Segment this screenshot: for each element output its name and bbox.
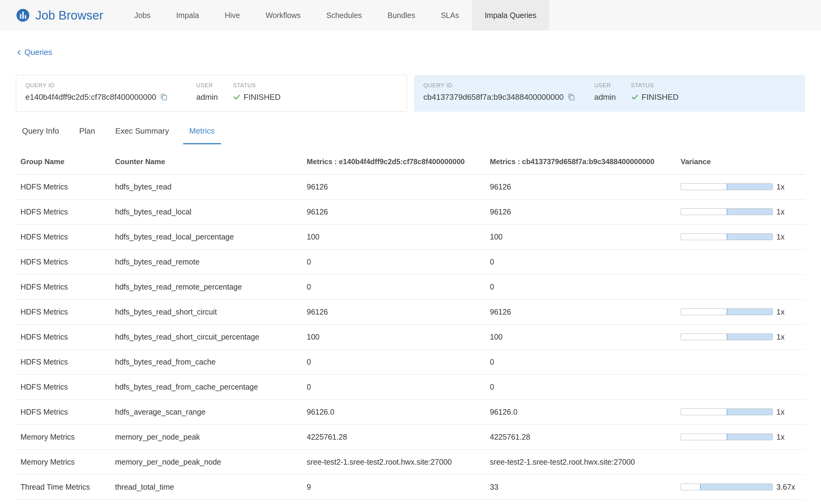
cell-variance: 1x bbox=[676, 299, 805, 324]
status-field: STATUS FINISHED bbox=[233, 82, 280, 102]
col-header-group-name: Group Name bbox=[16, 149, 110, 175]
tab-label: Query Info bbox=[22, 126, 59, 135]
cell-metric-2: 0 bbox=[485, 374, 676, 399]
query-id-label: QUERY ID bbox=[25, 82, 196, 89]
cell-counter-name: hdfs_bytes_read_local_percentage bbox=[110, 224, 302, 249]
tab-plan[interactable]: Plan bbox=[73, 126, 101, 144]
page-content: Queries QUERY ID e140b4f4dff9c2d5:cf78c8… bbox=[0, 31, 821, 500]
table-row: HDFS Metrics hdfs_bytes_read_from_cache_… bbox=[16, 374, 805, 399]
cell-metric-1: 96126 bbox=[302, 199, 485, 224]
copy-query-id-button[interactable] bbox=[160, 93, 168, 101]
table-row: Memory Metrics memory_per_node_peak 4225… bbox=[16, 424, 805, 449]
variance-bar bbox=[681, 484, 773, 490]
nav-item-impala[interactable]: Impala bbox=[163, 0, 212, 31]
copy-icon bbox=[160, 93, 168, 101]
cell-group-name: Memory Metrics bbox=[16, 449, 110, 474]
cell-counter-name: hdfs_bytes_read_short_circuit bbox=[110, 299, 302, 324]
cell-group-name: HDFS Metrics bbox=[16, 274, 110, 299]
cell-variance bbox=[676, 374, 805, 399]
table-row: HDFS Metrics hdfs_bytes_read_local 96126… bbox=[16, 199, 805, 224]
nav-item-label: SLAs bbox=[441, 11, 459, 20]
main-nav: Jobs Impala Hive Workflows Schedules Bun… bbox=[121, 0, 549, 31]
table-row: HDFS Metrics hdfs_bytes_read_remote 0 0 bbox=[16, 249, 805, 274]
query-card: QUERY ID cb4137379d658f7a:b9c34884000000… bbox=[414, 75, 805, 112]
cell-variance bbox=[676, 449, 805, 474]
cell-metric-2: 96126 bbox=[485, 299, 676, 324]
nav-item-bundles[interactable]: Bundles bbox=[375, 0, 428, 31]
tab-label: Exec Summary bbox=[115, 126, 169, 135]
cell-metric-1: 0 bbox=[302, 349, 485, 374]
status-label: STATUS bbox=[233, 82, 280, 89]
cell-metric-2: 0 bbox=[485, 274, 676, 299]
back-link-label: Queries bbox=[24, 48, 52, 57]
app-brand[interactable]: Job Browser bbox=[0, 0, 121, 31]
cell-metric-1: 100 bbox=[302, 224, 485, 249]
job-browser-logo-icon bbox=[16, 8, 30, 22]
tab-query-info[interactable]: Query Info bbox=[16, 126, 65, 144]
table-row: HDFS Metrics hdfs_bytes_read_remote_perc… bbox=[16, 274, 805, 299]
cell-variance: 1x bbox=[676, 224, 805, 249]
cell-metric-2: 100 bbox=[485, 224, 676, 249]
copy-icon bbox=[567, 93, 575, 101]
table-row: HDFS Metrics hdfs_average_scan_range 961… bbox=[16, 399, 805, 424]
tab-metrics[interactable]: Metrics bbox=[183, 126, 221, 144]
table-row: HDFS Metrics hdfs_bytes_read_local_perce… bbox=[16, 224, 805, 249]
metrics-table: Group Name Counter Name Metrics : e140b4… bbox=[16, 149, 805, 500]
cell-metric-2: 0 bbox=[485, 349, 676, 374]
cell-counter-name: memory_per_node_peak bbox=[110, 424, 302, 449]
user-label: USER bbox=[196, 82, 233, 89]
variance-label: 1x bbox=[776, 333, 784, 341]
variance-bar bbox=[681, 333, 773, 340]
table-row: HDFS Metrics hdfs_bytes_read 96126 96126… bbox=[16, 174, 805, 199]
variance-label: 1x bbox=[776, 408, 784, 416]
variance-bar-fill bbox=[727, 309, 772, 315]
status-label: STATUS bbox=[631, 82, 679, 89]
col-header-variance: Variance bbox=[676, 149, 805, 175]
nav-item-schedules[interactable]: Schedules bbox=[313, 0, 375, 31]
cell-group-name: HDFS Metrics bbox=[16, 299, 110, 324]
nav-item-slas[interactable]: SLAs bbox=[428, 0, 472, 31]
cell-metric-1: 0 bbox=[302, 249, 485, 274]
nav-item-workflows[interactable]: Workflows bbox=[253, 0, 313, 31]
cell-metric-2: sree-test2-1.sree-test2.root.hwx.site:27… bbox=[485, 449, 676, 474]
user-field: USER admin bbox=[196, 82, 233, 102]
cell-metric-1: 0 bbox=[302, 274, 485, 299]
variance-label: 1x bbox=[776, 182, 784, 191]
cell-metric-2: 96126.0 bbox=[485, 399, 676, 424]
nav-item-label: Impala bbox=[176, 11, 199, 20]
cell-metric-1: 9 bbox=[302, 474, 485, 499]
tab-exec-summary[interactable]: Exec Summary bbox=[109, 126, 175, 144]
cell-counter-name: hdfs_average_scan_range bbox=[110, 399, 302, 424]
variance-bar bbox=[681, 208, 773, 215]
cell-metric-2: 33 bbox=[485, 474, 676, 499]
table-row: Memory Metrics memory_per_node_peak_node… bbox=[16, 449, 805, 474]
cell-variance: 3.67x bbox=[676, 474, 805, 499]
query-id-label: QUERY ID bbox=[423, 82, 594, 89]
top-navbar: Job Browser Jobs Impala Hive Workflows S… bbox=[0, 0, 821, 31]
cell-variance: 1x bbox=[676, 174, 805, 199]
status-value: FINISHED bbox=[642, 92, 679, 102]
cell-counter-name: hdfs_bytes_read_remote bbox=[110, 249, 302, 274]
nav-item-jobs[interactable]: Jobs bbox=[121, 0, 163, 31]
query-card: QUERY ID e140b4f4dff9c2d5:cf78c8f4000000… bbox=[16, 75, 407, 112]
back-to-queries-link[interactable]: Queries bbox=[16, 48, 52, 57]
cell-group-name: HDFS Metrics bbox=[16, 399, 110, 424]
cell-counter-name: hdfs_bytes_read bbox=[110, 174, 302, 199]
cell-variance: 1x bbox=[676, 324, 805, 349]
table-header-row: Group Name Counter Name Metrics : e140b4… bbox=[16, 149, 805, 175]
cell-counter-name: thread_total_time bbox=[110, 474, 302, 499]
user-field: USER admin bbox=[594, 82, 631, 102]
nav-item-hive[interactable]: Hive bbox=[212, 0, 253, 31]
cell-variance bbox=[676, 349, 805, 374]
check-icon bbox=[631, 93, 639, 101]
cell-variance: 1x bbox=[676, 199, 805, 224]
tab-label: Plan bbox=[79, 126, 95, 135]
cell-variance bbox=[676, 274, 805, 299]
cell-counter-name: hdfs_bytes_read_local bbox=[110, 199, 302, 224]
status-value: FINISHED bbox=[243, 92, 280, 102]
nav-item-label: Bundles bbox=[387, 11, 415, 20]
tab-label: Metrics bbox=[189, 126, 215, 135]
copy-query-id-button[interactable] bbox=[567, 93, 575, 101]
table-row: Thread Time Metrics thread_total_time 9 … bbox=[16, 474, 805, 499]
nav-item-impala-queries[interactable]: Impala Queries bbox=[472, 0, 549, 31]
